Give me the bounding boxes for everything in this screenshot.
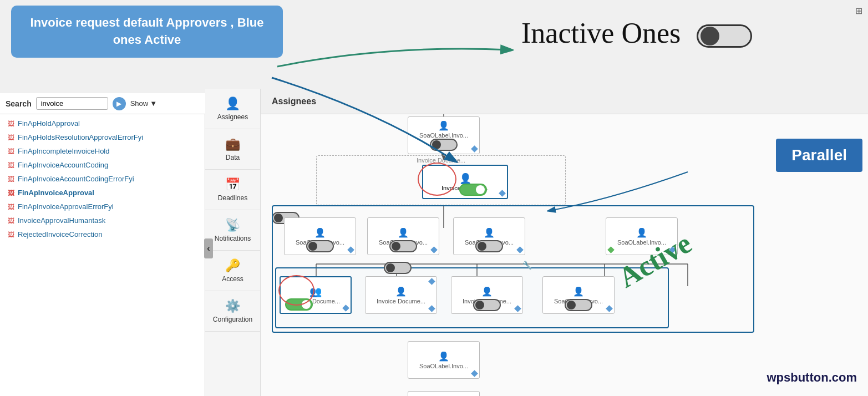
sidebar-item-3[interactable]: 🖼 FinApInvoiceAccountCoding <box>0 158 205 172</box>
node-toggle[interactable] <box>565 299 592 311</box>
list-icon: 🖼 <box>8 148 14 155</box>
diamond-icon <box>516 246 524 253</box>
parallel-outer-box: 👤 SoaOLabel.Invo... 👤 SoaOLabel.Invo... … <box>272 205 754 333</box>
person-circle-icon: 👤 <box>459 172 471 185</box>
toggle-knob <box>476 185 485 194</box>
inactive-ones-label: Inactive Ones <box>521 17 752 49</box>
list-icon: 🖼 <box>8 203 14 211</box>
sidebar-item-0[interactable]: 🖼 FinApHoldApproval <box>0 116 205 130</box>
diamond-top-icon <box>428 278 435 285</box>
tab-panel: 👤 Assignees 💼 Data 📅 Deadlines 📡 Notific… <box>205 89 261 396</box>
tab-label-deadlines: Deadlines <box>218 194 247 202</box>
sidebar-item-1[interactable]: 🖼 FinApHoldsResolutionApprovalErrorFyi <box>0 130 205 144</box>
invoice-request-node[interactable]: 👤 Invoice Reques... <box>422 165 508 199</box>
watermark: wpsbutton.com <box>767 370 857 385</box>
toggle-knob <box>386 263 395 272</box>
parallel-node-1[interactable]: 👤 SoaOLabel.Invo... <box>367 217 439 255</box>
diamond-icon <box>347 246 354 253</box>
access-icon: 🔑 <box>225 258 240 273</box>
sidebar-item-8[interactable]: 🖼 RejectedInvoiceCorrection <box>0 227 205 241</box>
node-toggle[interactable] <box>389 240 417 252</box>
toggle-knob <box>392 242 400 251</box>
parallel-node-3[interactable]: 👤 SoaOLabel.Invo... <box>606 217 678 255</box>
list-icon: 🖼 <box>8 175 14 183</box>
deadlines-icon: 📅 <box>225 177 240 192</box>
search-play-button[interactable]: ▶ <box>113 97 126 110</box>
show-button[interactable]: Show ▼ <box>130 99 157 108</box>
avatar-icon: 👤 <box>484 227 495 238</box>
node-toggle[interactable] <box>473 299 501 311</box>
node-top-soao[interactable]: 👤 SoaOLabel.Invo... <box>408 116 480 154</box>
list-icon: 🖼 <box>8 189 14 197</box>
notifications-icon: 📡 <box>225 218 240 232</box>
sidebar-item-2[interactable]: 🖼 FinApIncompleteInvoiceHold <box>0 144 205 158</box>
invoice-request-toggle[interactable] <box>459 184 487 196</box>
search-input[interactable] <box>36 97 108 110</box>
toggle-knob <box>432 140 441 149</box>
chevron-down-icon: ▼ <box>150 99 157 108</box>
parallel-label-box: Parallel <box>776 139 862 172</box>
avatar-icon: 👤 <box>438 351 449 362</box>
invoice-docume-box: Invoice Docume... 👤 Invoice Reques... <box>316 155 566 205</box>
parallel-text: Parallel <box>791 146 847 164</box>
diamond-icon <box>342 304 349 312</box>
canvas-title: Assignees <box>272 97 316 106</box>
node-toggle[interactable] <box>475 240 503 252</box>
canvas: Assignees 👤 SoaOLabel.Invo... <box>261 89 868 396</box>
toggle-knob <box>701 27 719 45</box>
tab-deadlines[interactable]: 📅 Deadlines <box>205 170 260 210</box>
node-bottom-1[interactable]: 👤 SoaOLabel.Invo... <box>408 341 480 379</box>
avatar-icon: 👤 <box>398 227 409 238</box>
avatar-icon: 👤 <box>395 286 407 297</box>
avatar-icon: 👤 <box>438 120 449 131</box>
tab-label-access: Access <box>222 275 243 283</box>
search-label: Search <box>6 99 32 108</box>
configuration-icon: ⚙️ <box>225 299 240 313</box>
toggle-knob <box>302 300 311 309</box>
inactive-toggle[interactable] <box>697 24 752 48</box>
annotation-box: Invoice request default Approvers , Blue… <box>11 6 283 58</box>
sidebar-item-4[interactable]: 🖼 FinApInvoiceAccountCodingErrorFyi <box>0 172 205 186</box>
inner-blue-box: 👥 Invoice Docume... 👤 Invoice Docume... … <box>275 267 669 328</box>
avatar-icon: 👤 <box>481 286 493 297</box>
diamond-icon <box>606 305 613 312</box>
parallel-node-2[interactable]: 👤 SoaOLabel.Invo... <box>453 217 525 255</box>
sidebar-item-6[interactable]: 🖼 FinApInvoiceApprovalErrorFyi <box>0 200 205 214</box>
sidebar-item-7[interactable]: 🖼 InvoiceApprovalHumantask <box>0 214 205 227</box>
avatar-icon: 👤 <box>636 227 647 238</box>
tab-label-configuration: Configuration <box>213 316 252 323</box>
tab-label-notifications: Notifications <box>215 235 251 242</box>
node-toggle[interactable] <box>306 240 334 252</box>
node-toggle-top[interactable] <box>430 139 458 151</box>
data-icon: 💼 <box>225 137 240 151</box>
soao-docume-node-3[interactable]: 👤 SoaOLabel.Invo... <box>542 276 615 314</box>
diamond-icon <box>471 370 478 377</box>
list-icon: 🖼 <box>8 134 14 141</box>
tab-assignees[interactable]: 👤 Assignees <box>205 89 260 129</box>
tab-access[interactable]: 🔑 Access <box>205 251 260 291</box>
list-icon: 🖼 <box>8 161 14 169</box>
tab-configuration[interactable]: ⚙️ Configuration <box>205 291 260 332</box>
node-bottom-2[interactable]: 👤 SoaOLabel.Invo... <box>408 391 480 396</box>
tab-data[interactable]: 💼 Data <box>205 129 260 170</box>
toggle-knob <box>475 301 484 309</box>
invoice-docume-node-0[interactable]: 👥 Invoice Docume... <box>280 276 352 314</box>
diamond-icon <box>471 145 478 153</box>
list-icon: 🖼 <box>8 120 14 128</box>
invoice-docume-node-1[interactable]: 👤 Invoice Docume... <box>365 276 437 314</box>
toggle-knob <box>567 301 576 309</box>
diamond-icon <box>669 246 676 253</box>
sidebar-item-5[interactable]: 🖼 FinApInvoiceApproval <box>0 186 205 200</box>
node-text: SoaOLabel.Invo... <box>419 132 468 139</box>
node-toggle-on[interactable] <box>285 298 313 311</box>
invoice-docume-node-2[interactable]: 👤 Invoice Docume... <box>451 276 523 314</box>
tab-notifications[interactable]: 📡 Notifications <box>205 210 260 251</box>
collapse-panel-button[interactable]: ‹ <box>204 238 213 258</box>
green-diamond-icon <box>607 246 615 253</box>
mid-toggle[interactable] <box>384 262 412 274</box>
list-icon: 🖼 <box>8 217 14 225</box>
parallel-node-0[interactable]: 👤 SoaOLabel.Invo... <box>284 217 356 255</box>
tab-label-assignees: Assignees <box>217 113 248 121</box>
resize-handle[interactable]: ⊞ <box>855 6 862 16</box>
diamond-icon <box>514 305 521 312</box>
